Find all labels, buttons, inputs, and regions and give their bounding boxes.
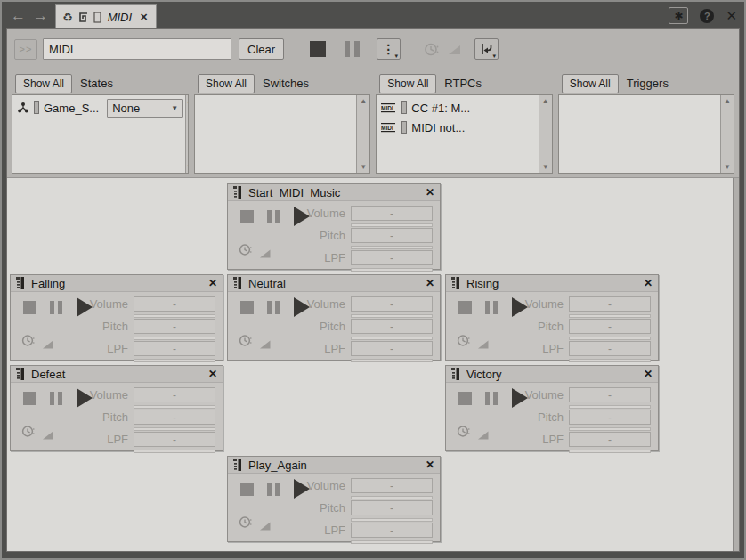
lpf-field[interactable]: - — [351, 250, 433, 265]
pitch-slider[interactable] — [134, 337, 215, 340]
pause-icon[interactable] — [50, 301, 62, 314]
forward-icon[interactable]: → — [33, 8, 48, 23]
lpf-field[interactable]: - — [569, 432, 651, 447]
pause-icon[interactable] — [485, 392, 498, 405]
expand-button[interactable]: >> — [14, 39, 37, 60]
back-icon[interactable]: ← — [11, 8, 26, 23]
volume-field[interactable]: - — [351, 478, 433, 493]
show-all-rtpcs-button[interactable]: Show All — [379, 74, 436, 93]
filter-input[interactable] — [43, 38, 231, 60]
pitch-slider[interactable] — [569, 427, 651, 431]
close-icon[interactable]: ✕ — [426, 278, 434, 288]
show-all-triggers-button[interactable]: Show All — [562, 74, 619, 93]
window-close-icon[interactable]: ✕ — [726, 9, 737, 22]
pitch-field[interactable]: - — [351, 500, 433, 515]
volume-slider[interactable] — [351, 223, 433, 227]
show-all-switches-button[interactable]: Show All — [198, 74, 255, 93]
pause-icon[interactable] — [267, 483, 280, 496]
module-header[interactable]: Start_MIDI_Music ✕ — [228, 184, 440, 201]
stop-icon[interactable] — [23, 301, 36, 314]
canvas-vertical-scrollbar[interactable] — [733, 178, 739, 551]
close-icon[interactable]: ✕ — [426, 187, 434, 198]
module-header[interactable]: Rising ✕ — [446, 275, 658, 292]
module-header[interactable]: Play_Again ✕ — [228, 457, 440, 474]
scroll-up-icon[interactable]: ▲ — [360, 97, 367, 105]
pitch-field[interactable]: - — [569, 410, 651, 425]
state-group-row[interactable]: Game_S... None ▼ — [14, 98, 183, 118]
state-selector[interactable]: None ▼ — [107, 99, 183, 118]
mute-strip[interactable] — [401, 101, 407, 114]
pitch-slider[interactable] — [351, 246, 433, 249]
volume-field[interactable]: - — [351, 206, 433, 221]
volume-slider[interactable] — [569, 314, 651, 318]
reset-button[interactable]: ▾ — [474, 38, 499, 60]
stop-icon[interactable] — [240, 301, 254, 314]
lpf-field[interactable]: - — [134, 341, 215, 356]
pitch-field[interactable]: - — [569, 319, 651, 334]
scroll-down-icon[interactable]: ▼ — [186, 163, 189, 171]
pitch-slider[interactable] — [569, 337, 651, 340]
clear-button[interactable]: Clear — [239, 38, 284, 60]
volume-field[interactable]: - — [569, 387, 651, 402]
close-icon[interactable]: ✕ — [426, 459, 434, 470]
module-header[interactable]: Neutral ✕ — [228, 275, 440, 292]
stop-icon[interactable] — [240, 210, 254, 223]
stop-icon[interactable] — [23, 392, 36, 405]
rtpcs-scrollbar[interactable]: ▲ ▼ — [539, 95, 552, 173]
lpf-slider[interactable] — [569, 359, 651, 362]
triggers-scrollbar[interactable]: ▲ ▼ — [720, 95, 734, 173]
close-icon[interactable]: ✕ — [208, 369, 217, 379]
pause-icon[interactable] — [50, 392, 62, 405]
close-icon[interactable]: ✕ — [208, 278, 217, 288]
lpf-field[interactable]: - — [134, 432, 215, 447]
lpf-slider[interactable] — [134, 450, 215, 453]
help-icon[interactable]: ? — [700, 9, 714, 23]
stop-icon[interactable] — [240, 483, 254, 496]
scroll-down-icon[interactable]: ▼ — [724, 163, 731, 171]
pitch-slider[interactable] — [351, 518, 433, 522]
pin-view-button[interactable]: ✱ — [669, 7, 688, 24]
volume-field[interactable]: - — [134, 296, 215, 312]
stop-icon[interactable] — [458, 392, 472, 405]
options-menu-button[interactable]: ⋮ ▾ — [377, 38, 401, 60]
states-scrollbar[interactable]: ▲ ▼ — [185, 95, 189, 173]
scroll-up-icon[interactable]: ▲ — [186, 97, 189, 105]
lpf-field[interactable]: - — [351, 341, 433, 356]
rtpc-row[interactable]: MIDI CC #1: M... — [378, 98, 536, 118]
scroll-down-icon[interactable]: ▼ — [542, 163, 549, 171]
lpf-slider[interactable] — [134, 359, 215, 362]
close-icon[interactable]: ✕ — [644, 369, 653, 379]
scroll-up-icon[interactable]: ▲ — [724, 97, 731, 105]
pause-all-icon[interactable] — [345, 41, 360, 57]
pitch-field[interactable]: - — [351, 319, 433, 334]
pause-icon[interactable] — [485, 301, 498, 314]
close-icon[interactable]: ✕ — [644, 278, 653, 288]
lpf-slider[interactable] — [351, 268, 433, 272]
stop-all-icon[interactable] — [310, 41, 326, 57]
show-all-states-button[interactable]: Show All — [15, 74, 72, 93]
volume-slider[interactable] — [569, 405, 651, 409]
pitch-slider[interactable] — [134, 427, 215, 431]
volume-field[interactable]: - — [351, 296, 433, 312]
scroll-down-icon[interactable]: ▼ — [360, 163, 367, 171]
mute-strip[interactable] — [34, 101, 39, 114]
pitch-field[interactable]: - — [134, 319, 215, 334]
volume-slider[interactable] — [134, 405, 215, 409]
pitch-field[interactable]: - — [351, 228, 433, 243]
module-header[interactable]: Defeat ✕ — [11, 366, 223, 383]
module-header[interactable]: Falling ✕ — [11, 275, 223, 292]
switches-scrollbar[interactable]: ▲ ▼ — [356, 95, 369, 173]
lpf-slider[interactable] — [351, 359, 433, 362]
volume-slider[interactable] — [351, 496, 433, 499]
pitch-field[interactable]: - — [134, 410, 215, 425]
pause-icon[interactable] — [267, 301, 280, 314]
tab-close-icon[interactable]: ✕ — [138, 12, 148, 23]
lpf-field[interactable]: - — [569, 341, 651, 356]
lpf-slider[interactable] — [569, 450, 651, 453]
volume-slider[interactable] — [134, 314, 215, 318]
tab-soundcaster-midi[interactable]: ♻ MIDI ✕ — [55, 4, 157, 28]
pause-icon[interactable] — [267, 210, 280, 223]
module-header[interactable]: Victory ✕ — [446, 366, 658, 383]
lpf-field[interactable]: - — [351, 523, 433, 538]
scroll-up-icon[interactable]: ▲ — [542, 97, 549, 105]
